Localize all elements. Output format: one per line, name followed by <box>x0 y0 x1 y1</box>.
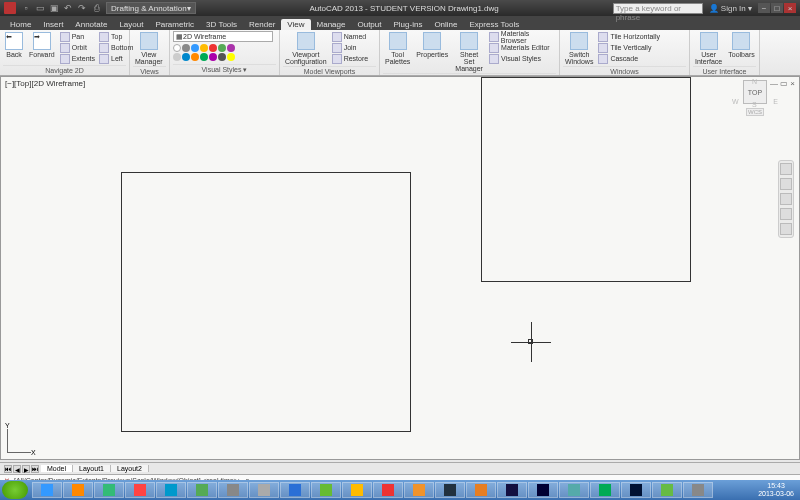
tile-v-button[interactable]: Tile Vertically <box>597 42 661 53</box>
viewcube-s[interactable]: S <box>752 101 757 108</box>
taskbar-app-9[interactable] <box>311 482 341 498</box>
layout-tab-layout1[interactable]: Layout1 <box>73 465 111 472</box>
taskbar-app-2[interactable] <box>94 482 124 498</box>
taskbar-app-13[interactable] <box>435 482 465 498</box>
layout-tab-layout2[interactable]: Layout2 <box>111 465 149 472</box>
panel-views: View Manager Views <box>130 30 170 75</box>
ribbon-tab-view[interactable]: View <box>281 19 310 30</box>
viewport-label[interactable]: [−][Top][2D Wireframe] <box>5 79 85 88</box>
taskbar-app-1[interactable] <box>63 482 93 498</box>
drawing-canvas[interactable]: [−][Top][2D Wireframe] — ▭ × Y X <box>0 76 800 460</box>
materials-browser-button[interactable]: Materials Browser <box>488 31 556 42</box>
wcs-label[interactable]: WCS <box>746 108 764 116</box>
view-top-button[interactable]: Top <box>98 31 134 42</box>
taskbar-app-5[interactable] <box>187 482 217 498</box>
taskbar-app-21[interactable] <box>683 482 713 498</box>
taskbar-app-20[interactable] <box>652 482 682 498</box>
orbit-button[interactable]: Orbit <box>59 42 96 53</box>
nav-zoom-icon[interactable] <box>780 193 792 205</box>
nav-pan-icon[interactable] <box>780 178 792 190</box>
view-left-button[interactable]: Left <box>98 53 134 64</box>
ribbon-tab-express-tools[interactable]: Express Tools <box>464 19 526 30</box>
layout-tab-model[interactable]: Model <box>41 465 73 472</box>
taskbar-app-4[interactable] <box>156 482 186 498</box>
ribbon-tab-output[interactable]: Output <box>351 19 387 30</box>
app-logo[interactable] <box>4 2 16 14</box>
system-clock[interactable]: 15:432013-03-06 <box>754 482 798 498</box>
user-interface-button[interactable]: User Interface <box>693 31 724 66</box>
visual-style-swatches[interactable] <box>173 44 243 61</box>
ribbon-tab-plug-ins[interactable]: Plug-ins <box>387 19 428 30</box>
help-search-input[interactable]: Type a keyword or phrase <box>613 3 703 14</box>
panel-label: User Interface <box>693 66 756 75</box>
taskbar-app-14[interactable] <box>466 482 496 498</box>
tab-first-icon[interactable]: ⏮ <box>4 465 12 473</box>
vp-restore-button[interactable]: Restore <box>331 53 370 64</box>
back-button[interactable]: ⬅Back <box>3 31 25 59</box>
tab-next-icon[interactable]: ▶ <box>22 465 30 473</box>
ribbon-tab-home[interactable]: Home <box>4 19 37 30</box>
qat-new-icon[interactable]: ▫ <box>20 2 32 14</box>
ribbon-tab-online[interactable]: Online <box>428 19 463 30</box>
vp-join-button[interactable]: Join <box>331 42 370 53</box>
taskbar-app-10[interactable] <box>342 482 372 498</box>
taskbar-app-6[interactable] <box>218 482 248 498</box>
forward-button[interactable]: ➡Forward <box>27 31 57 59</box>
nav-wheel-icon[interactable] <box>780 163 792 175</box>
tab-prev-icon[interactable]: ◀ <box>13 465 21 473</box>
tab-last-icon[interactable]: ⏭ <box>31 465 39 473</box>
viewcube[interactable]: N W TOP E S WCS <box>730 80 780 116</box>
taskbar-app-17[interactable] <box>559 482 589 498</box>
nav-showmotion-icon[interactable] <box>780 223 792 235</box>
qat-save-icon[interactable]: ▣ <box>48 2 60 14</box>
taskbar-app-3[interactable] <box>125 482 155 498</box>
start-button[interactable] <box>2 481 28 499</box>
close-button[interactable]: × <box>784 3 796 13</box>
qat-undo-icon[interactable]: ↶ <box>62 2 74 14</box>
maximize-button[interactable]: □ <box>771 3 783 13</box>
viewcube-n[interactable]: N <box>752 78 757 85</box>
extents-button[interactable]: Extents <box>59 53 96 64</box>
cascade-button[interactable]: Cascade <box>597 53 661 64</box>
taskbar-app-12[interactable] <box>404 482 434 498</box>
ribbon-tab-annotate[interactable]: Annotate <box>69 19 113 30</box>
workspace-selector[interactable]: Drafting & Annotation ▾ <box>106 2 196 14</box>
ribbon-tab-render[interactable]: Render <box>243 19 281 30</box>
tile-h-button[interactable]: Tile Horizontally <box>597 31 661 42</box>
taskbar-app-0[interactable] <box>32 482 62 498</box>
visual-styles-palette-button[interactable]: Visual Styles <box>488 53 556 64</box>
viewport-config-button[interactable]: Viewport Configuration <box>283 31 329 66</box>
nav-orbit-icon[interactable] <box>780 208 792 220</box>
pan-button[interactable]: Pan <box>59 31 96 42</box>
taskbar-app-8[interactable] <box>280 482 310 498</box>
sign-in-link[interactable]: 👤 Sign In ▾ <box>709 4 752 13</box>
view-bottom-button[interactable]: Bottom <box>98 42 134 53</box>
vp-named-button[interactable]: Named <box>331 31 370 42</box>
taskbar-app-19[interactable] <box>621 482 651 498</box>
ribbon-tab-layout[interactable]: Layout <box>113 19 149 30</box>
panel-label: Navigate 2D <box>3 65 126 74</box>
taskbar-app-7[interactable] <box>249 482 279 498</box>
materials-editor-button[interactable]: Materials Editor <box>488 42 556 53</box>
minimize-button[interactable]: − <box>758 3 770 13</box>
qat-redo-icon[interactable]: ↷ <box>76 2 88 14</box>
sheetset-button[interactable]: Sheet Set Manager <box>452 31 486 73</box>
qat-print-icon[interactable]: ⎙ <box>90 2 102 14</box>
viewcube-e[interactable]: E <box>773 98 778 105</box>
toolbars-button[interactable]: Toolbars <box>726 31 756 59</box>
view-manager-button[interactable]: View Manager <box>133 31 165 66</box>
properties-button[interactable]: Properties <box>414 31 450 59</box>
taskbar-app-15[interactable] <box>497 482 527 498</box>
qat-open-icon[interactable]: ▭ <box>34 2 46 14</box>
tool-palettes-button[interactable]: Tool Palettes <box>383 31 412 66</box>
switch-windows-button[interactable]: Switch Windows <box>563 31 595 66</box>
viewcube-w[interactable]: W <box>732 98 739 105</box>
ribbon-tab-parametric[interactable]: Parametric <box>149 19 200 30</box>
taskbar-app-11[interactable] <box>373 482 403 498</box>
taskbar-app-16[interactable] <box>528 482 558 498</box>
taskbar-app-18[interactable] <box>590 482 620 498</box>
ribbon-tab-manage[interactable]: Manage <box>311 19 352 30</box>
ribbon-tab-3d-tools[interactable]: 3D Tools <box>200 19 243 30</box>
ribbon-tab-insert[interactable]: Insert <box>37 19 69 30</box>
visual-style-selector[interactable]: ▦ 2D Wireframe <box>173 31 273 42</box>
